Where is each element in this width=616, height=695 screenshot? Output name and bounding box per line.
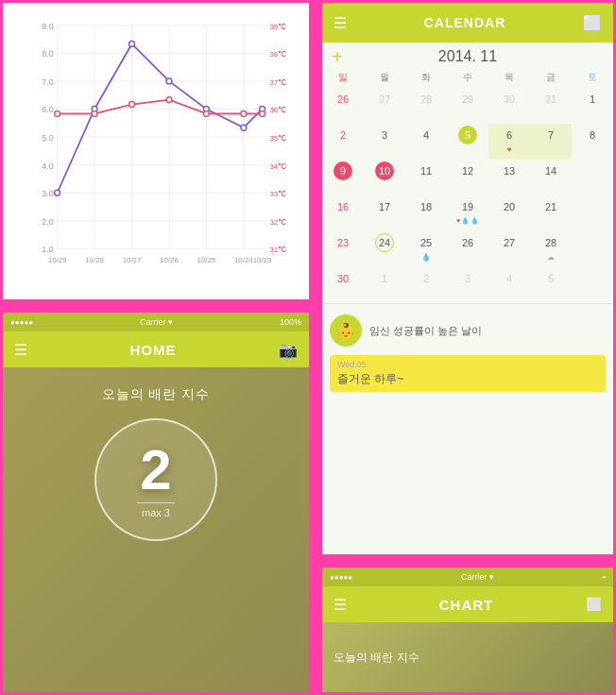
export-icon[interactable]: ⬜ xyxy=(583,14,602,32)
chart-export-icon[interactable]: ⬜ xyxy=(586,597,602,612)
calendar-header-title: CALENDAR xyxy=(424,15,506,30)
chart-app-body: 오늘의 배란 지수 xyxy=(322,622,613,692)
svg-point-49 xyxy=(129,102,135,108)
circle-divider xyxy=(137,502,175,503)
signal-dots: ●●●●● xyxy=(10,318,33,327)
table-row[interactable]: 21 xyxy=(530,195,572,231)
table-row[interactable]: 16 xyxy=(322,195,364,231)
table-row[interactable]: 2 xyxy=(322,124,364,160)
day-name-fri: 금 xyxy=(530,69,572,86)
svg-text:3.0: 3.0 xyxy=(42,189,53,198)
table-row[interactable]: 11 xyxy=(405,160,447,195)
table-row[interactable]: 26 xyxy=(447,231,488,267)
table-row[interactable]: 9 xyxy=(322,160,364,195)
svg-text:31℃: 31℃ xyxy=(269,246,286,254)
table-row[interactable]: 4 xyxy=(405,124,447,160)
table-row[interactable]: 18 xyxy=(405,195,447,231)
table-row[interactable]: 19 ♥ 💧 💧 xyxy=(447,195,488,231)
table-row[interactable]: 27 xyxy=(488,231,530,267)
hamburger-icon[interactable]: ☰ xyxy=(334,14,347,32)
svg-point-52 xyxy=(241,110,247,116)
table-row[interactable]: 30 xyxy=(322,267,364,303)
chart-menu-icon[interactable]: ☰ xyxy=(334,596,347,614)
ovulation-label: 오늘의 배란 지수 xyxy=(102,386,211,403)
chart-svg: 9.0 8.0 7.0 6.0 5.0 4.0 3.0 2.0 1.0 39℃ … xyxy=(31,12,301,271)
table-row[interactable]: 30 xyxy=(488,88,530,124)
event-text: 임신 성공률이 높은 날이 xyxy=(369,324,482,338)
svg-text:10/24: 10/24 xyxy=(234,256,253,264)
table-row[interactable]: 1 xyxy=(364,267,405,303)
table-row[interactable]: 10 xyxy=(364,160,405,195)
carrier-label: Carrier ▾ xyxy=(140,317,173,327)
svg-text:38℃: 38℃ xyxy=(269,50,286,59)
home-title: HOME xyxy=(130,342,177,358)
table-row[interactable]: 26 xyxy=(322,88,364,124)
table-row[interactable]: 14 xyxy=(530,160,572,195)
home-status-bar: ●●●●● Carrier ▾ 100% xyxy=(3,313,309,331)
home-quadrant: ●●●●● Carrier ▾ 100% ☰ HOME 📷 오늘의 배란 지수 … xyxy=(0,310,312,695)
chart-app-quadrant: ●●●●● Carrier ▾ ▪ ☰ CHART ⬜ 오늘의 배란 지수 xyxy=(319,565,616,695)
event-note-text: 즐거운 하루~ xyxy=(337,371,598,387)
table-row[interactable]: 3 xyxy=(447,267,488,303)
battery-indicator: 100% xyxy=(280,317,301,327)
table-row[interactable] xyxy=(572,195,613,231)
ovulation-circle: 2 max 3 xyxy=(94,418,217,541)
table-row[interactable]: 28 xyxy=(405,88,447,124)
table-row[interactable]: 17 xyxy=(364,195,405,231)
svg-point-47 xyxy=(55,110,60,116)
svg-text:10/29: 10/29 xyxy=(48,256,67,264)
camera-icon[interactable]: 📷 xyxy=(279,341,298,359)
table-row[interactable]: 25 💧 xyxy=(405,231,447,267)
chart-signal-dots: ●●●●● xyxy=(330,573,352,582)
table-row[interactable]: 2 xyxy=(405,267,447,303)
table-row[interactable]: 24 xyxy=(364,231,405,267)
add-event-button[interactable]: + xyxy=(332,46,343,68)
table-row[interactable]: 4 xyxy=(488,267,530,303)
svg-text:8.0: 8.0 xyxy=(42,49,53,59)
table-row[interactable] xyxy=(572,267,613,303)
table-row[interactable] xyxy=(572,160,613,195)
svg-text:33℃: 33℃ xyxy=(269,190,286,198)
menu-icon[interactable]: ☰ xyxy=(14,341,27,359)
chart-app-status-bar: ●●●●● Carrier ▾ ▪ xyxy=(322,568,613,586)
svg-text:10/28: 10/28 xyxy=(85,256,104,264)
table-row[interactable]: 6 ♥ xyxy=(488,124,530,160)
svg-text:10/26: 10/26 xyxy=(160,256,179,264)
svg-point-50 xyxy=(166,97,172,103)
svg-point-51 xyxy=(203,110,209,116)
table-row[interactable]: 12 xyxy=(447,160,488,195)
svg-text:2.0: 2.0 xyxy=(42,217,53,227)
day-name-sun: 일 xyxy=(322,69,364,86)
day-name-tue: 화 xyxy=(405,69,447,86)
svg-text:37℃: 37℃ xyxy=(269,78,286,87)
table-row[interactable]: 3 xyxy=(364,124,405,160)
table-row[interactable]: 20 xyxy=(488,195,530,231)
table-row[interactable]: 28 ☁ xyxy=(530,231,572,267)
svg-text:35℃: 35℃ xyxy=(269,134,286,143)
event-note: Wed.05 즐거운 하루~ xyxy=(330,355,606,392)
day-name-thu: 목 xyxy=(488,69,530,86)
table-row[interactable]: 7 xyxy=(530,124,572,160)
table-row[interactable]: 8 xyxy=(572,124,613,160)
home-header: ☰ HOME 📷 xyxy=(3,331,309,367)
calendar-grid: 26 27 28 29 30 31 1 2 3 4 5 6 ♥ 7 8 9 10… xyxy=(322,88,613,303)
chart-app-body-text: 오늘의 배란 지수 xyxy=(334,650,419,666)
calendar-quadrant: ☰ CALENDAR ⬜ + 2014. 11 일 월 화 수 목 금 토 26… xyxy=(319,0,616,557)
svg-point-53 xyxy=(260,110,265,116)
calendar-events: 👶 임신 성공률이 높은 날이 Wed.05 즐거운 하루~ xyxy=(322,303,613,398)
baby-icon: 👶 xyxy=(330,314,362,347)
svg-text:10/23: 10/23 xyxy=(253,256,272,264)
table-row[interactable]: 13 xyxy=(488,160,530,195)
table-row[interactable]: 29 xyxy=(447,88,488,124)
table-row[interactable]: 1 xyxy=(572,88,613,124)
table-row[interactable]: 5 xyxy=(530,267,572,303)
table-row[interactable]: 31 xyxy=(530,88,572,124)
table-row[interactable]: 27 xyxy=(364,88,405,124)
table-row[interactable]: 23 xyxy=(322,231,364,267)
table-row[interactable] xyxy=(572,231,613,267)
chart-carrier-label: Carrier ▾ xyxy=(461,572,494,582)
today-cell[interactable]: 5 xyxy=(447,124,488,160)
max-label: max 3 xyxy=(142,507,170,518)
svg-point-45 xyxy=(241,125,247,130)
svg-point-42 xyxy=(129,41,135,46)
